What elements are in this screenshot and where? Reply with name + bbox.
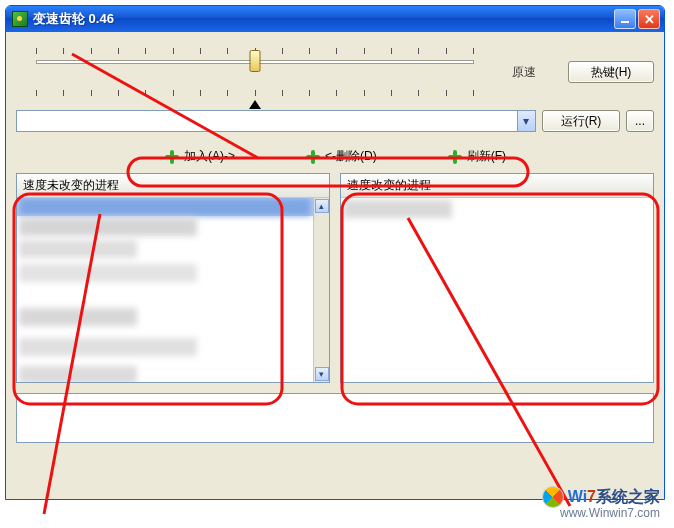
remove-label: <-删除(D) [325, 148, 377, 165]
wm-accent: 7 [587, 488, 596, 505]
combo-arrow[interactable]: ▾ [517, 111, 535, 131]
list-item[interactable] [19, 338, 197, 356]
refresh-action[interactable]: 刷新(F) [447, 148, 506, 165]
window-title: 变速齿轮 0.46 [33, 10, 614, 28]
titlebar[interactable]: 变速齿轮 0.46 ✕ [6, 6, 664, 32]
list-item[interactable] [19, 264, 197, 282]
scroll-down-button[interactable]: ▾ [315, 367, 329, 381]
chevron-up-icon: ▴ [319, 201, 324, 211]
slider-thumb[interactable] [250, 50, 261, 72]
command-combo[interactable]: ▾ [16, 110, 536, 132]
minimize-icon [620, 14, 630, 24]
speed-label: 原速 [512, 64, 536, 81]
list-item[interactable] [19, 366, 137, 382]
list-item[interactable] [19, 198, 311, 216]
chevron-down-icon: ▾ [319, 369, 324, 379]
plus-icon [447, 149, 463, 165]
chevron-down-icon: ▾ [523, 114, 529, 128]
plus-icon [164, 149, 180, 165]
close-icon: ✕ [644, 12, 655, 27]
action-bar: 加入(A)-> <-删除(D) 刷新(F) [16, 146, 654, 167]
list-item[interactable] [19, 240, 137, 258]
list-header-left: 速度未改变的进程 [17, 174, 329, 198]
app-icon [12, 11, 28, 27]
wm-prefix: Wi [568, 488, 587, 505]
list-header-right: 速度改变的进程 [341, 174, 653, 198]
watermark-logo-icon [542, 486, 564, 508]
wm-suffix: 系统之家 [596, 488, 660, 505]
list-content-right[interactable] [341, 198, 653, 382]
browse-button[interactable]: ... [626, 110, 654, 132]
remove-action[interactable]: <-删除(D) [305, 148, 377, 165]
scroll-up-button[interactable]: ▴ [315, 199, 329, 213]
list-content-left[interactable] [17, 198, 313, 382]
refresh-label: 刷新(F) [467, 148, 506, 165]
scrollbar[interactable]: ▴ ▾ [313, 198, 329, 382]
watermark-url: www.Winwin7.com [542, 506, 660, 520]
slider-marker-icon [249, 100, 261, 109]
hotkey-button[interactable]: 热键(H) [568, 61, 654, 83]
add-label: 加入(A)-> [184, 148, 235, 165]
run-button[interactable]: 运行(R) [542, 110, 620, 132]
output-box [16, 393, 654, 443]
changed-process-list: 速度改变的进程 [340, 173, 654, 383]
close-button[interactable]: ✕ [638, 9, 660, 29]
speed-slider[interactable] [16, 40, 494, 104]
minimize-button[interactable] [614, 9, 636, 29]
plus-icon [305, 149, 321, 165]
scrollbar-track[interactable] [315, 214, 329, 366]
unchanged-process-list: 速度未改变的进程 ▴ ▾ [16, 173, 330, 383]
add-action[interactable]: 加入(A)-> [164, 148, 235, 165]
list-item[interactable] [19, 308, 137, 326]
watermark: Wi7系统之家 www.Winwin7.com [542, 486, 660, 520]
list-item[interactable] [343, 200, 452, 218]
app-window: 变速齿轮 0.46 ✕ 原速 热键(H) [5, 5, 665, 500]
list-item[interactable] [19, 218, 197, 236]
svg-rect-0 [621, 21, 629, 23]
